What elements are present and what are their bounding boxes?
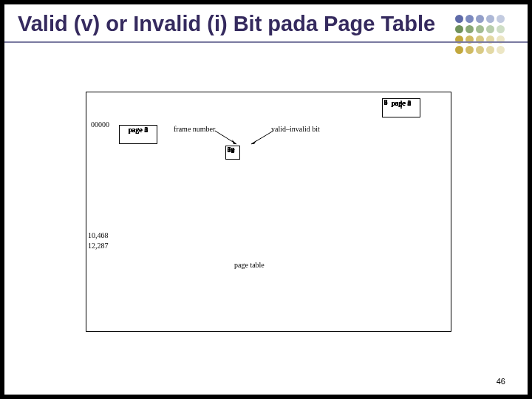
addr-label-top: 00000 [91, 120, 109, 129]
addr-label-break2: 12,287 [88, 242, 109, 250]
slide: Valid (v) or Invalid (i) Bit pada Page T… [4, 4, 528, 395]
frame-number-label: frame number [174, 125, 215, 133]
addr-label-break1: 10,468 [88, 231, 109, 239]
valid-invalid-bit-label: valid–invalid bit [271, 125, 320, 133]
logical-page-cell: page 5 [119, 125, 157, 144]
diagram-figure: 00000 10,468 12,287 page 0 page 1 page 2… [86, 92, 451, 332]
slide-title: Valid (v) or Invalid (i) Bit pada Page T… [18, 12, 514, 35]
page-number: 46 [497, 377, 505, 386]
title-area: Valid (v) or Invalid (i) Bit pada Page T… [4, 4, 528, 43]
page-table-caption: page table [234, 261, 265, 269]
memory-page-n: page n [382, 98, 420, 117]
arrows-to-pt [211, 128, 270, 150]
